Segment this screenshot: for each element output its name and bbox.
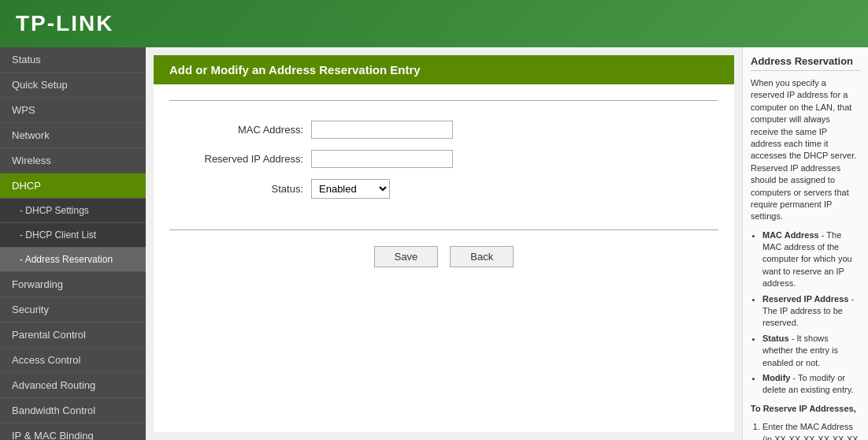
help-title: Address Reservation [751, 55, 860, 71]
sidebar-item-ip-mac-binding[interactable]: IP & MAC Binding [0, 423, 146, 440]
form-section-header: Add or Modify an Address Reservation Ent… [154, 55, 734, 84]
sidebar-item-wireless[interactable]: Wireless [0, 148, 146, 173]
sidebar-item-parental-control[interactable]: Parental Control [0, 323, 146, 348]
content-inner: Add or Modify an Address Reservation Ent… [154, 55, 734, 432]
status-select[interactable]: EnabledDisabled [311, 179, 390, 199]
help-reserve-step: Enter the MAC Address (in XX-XX-XX-XX-XX… [762, 421, 860, 440]
back-button[interactable]: Back [450, 246, 514, 267]
mac-address-label: MAC Address: [185, 124, 311, 136]
sidebar-item-dhcp-settings[interactable]: - DHCP Settings [0, 199, 146, 223]
sidebar-item-access-control[interactable]: Access Control [0, 348, 146, 373]
save-button[interactable]: Save [374, 246, 439, 267]
sidebar: StatusQuick SetupWPSNetworkWirelessDHCP-… [0, 47, 146, 440]
sidebar-item-wps[interactable]: WPS [0, 98, 146, 123]
content-area: Add or Modify an Address Reservation Ent… [146, 47, 742, 440]
header: TP-LINK [0, 0, 868, 47]
sidebar-item-quick-setup[interactable]: Quick Setup [0, 73, 146, 98]
sidebar-item-address-reservation[interactable]: - Address Reservation [0, 248, 146, 272]
main-layout: StatusQuick SetupWPSNetworkWirelessDHCP-… [0, 47, 868, 440]
reserved-ip-row: Reserved IP Address: [185, 150, 703, 168]
help-panel: Address ReservationWhen you specify a re… [742, 47, 868, 440]
reserved-ip-input[interactable] [311, 150, 453, 168]
reserved-ip-label: Reserved IP Address: [185, 153, 311, 165]
bottom-divider [169, 229, 718, 230]
sidebar-item-bandwidth-control[interactable]: Bandwidth Control [0, 398, 146, 423]
help-intro: When you specify a reserved IP address f… [751, 77, 860, 223]
button-row: Save Back [154, 246, 734, 267]
status-label: Status: [185, 183, 311, 195]
help-reserve-title: To Reserve IP Addresses, [751, 403, 860, 415]
sidebar-item-dhcp[interactable]: DHCP [0, 173, 146, 199]
mac-address-row: MAC Address: [185, 121, 703, 139]
sidebar-item-dhcp-client-list[interactable]: - DHCP Client List [0, 223, 146, 248]
sidebar-item-advanced-routing[interactable]: Advanced Routing [0, 373, 146, 398]
sidebar-item-security[interactable]: Security [0, 297, 146, 323]
help-field-item: MAC Address - The MAC address of the com… [762, 229, 860, 290]
mac-address-input[interactable] [311, 121, 453, 139]
help-field-item: Status - It shows whether the entry is e… [762, 333, 860, 369]
status-row: Status: EnabledDisabled [185, 179, 703, 199]
help-field-item: Reserved IP Address - The IP address to … [762, 293, 860, 330]
sidebar-item-forwarding[interactable]: Forwarding [0, 272, 146, 297]
form-area: MAC Address: Reserved IP Address: Status… [154, 113, 734, 218]
help-field-item: Modify - To modify or delete an existing… [762, 372, 860, 397]
sidebar-item-network[interactable]: Network [0, 123, 146, 148]
top-divider [169, 100, 718, 101]
sidebar-item-status[interactable]: Status [0, 47, 146, 73]
logo: TP-LINK [16, 11, 113, 36]
